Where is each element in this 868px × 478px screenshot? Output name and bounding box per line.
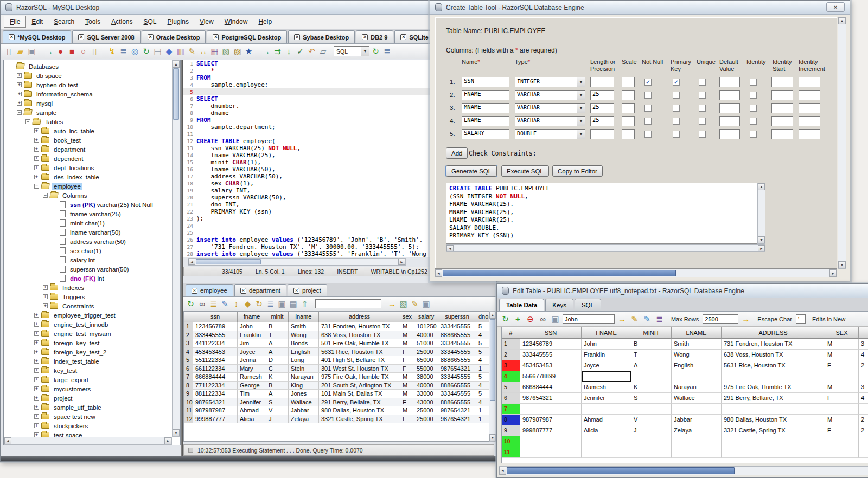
data-cell[interactable]: F [400,356,414,365]
data-cell[interactable]: 1 [476,406,489,415]
data-cell[interactable]: 987987987 [193,406,238,415]
highlight-icon[interactable]: ✎ [629,314,640,325]
tree-item[interactable]: +Constraints [4,301,172,311]
column-type-select[interactable]: VARCHAR▼ [515,116,585,126]
connection-tab[interactable]: ×*MySQL Desktop [3,30,71,43]
editor-line[interactable]: 25 [183,229,438,236]
data-cell[interactable]: 731 Fondren, Houston TX [722,339,825,350]
expand-icon[interactable]: + [34,128,39,133]
tab-close-icon[interactable]: × [213,34,219,40]
data-cell[interactable]: 55000 [414,365,438,373]
data-cell[interactable]: 3 [859,339,868,350]
data-cell[interactable] [520,404,582,415]
tab-close-icon[interactable]: × [9,34,15,40]
scroll-left-button[interactable]: ◄ [4,437,11,444]
row-number[interactable]: 11 [502,447,520,458]
tree-horizontal-scrollbar[interactable]: ◄► [4,437,172,445]
data-cell[interactable]: B [266,322,289,331]
editor-line[interactable]: 24 [183,222,438,229]
data-cell[interactable]: 2 [859,415,868,425]
data-cell[interactable]: Long [289,356,319,365]
expand-icon[interactable]: + [34,165,39,170]
row-number-header[interactable] [184,312,193,322]
expand-icon[interactable]: + [34,340,39,345]
expand-icon[interactable]: + [17,73,22,78]
scroll-right-button[interactable]: ► [398,259,405,265]
tree-item[interactable]: +information_schema [4,89,172,99]
unique-checkbox[interactable] [699,79,706,86]
not-null-checkbox[interactable] [644,118,652,125]
scale-input[interactable] [622,116,635,126]
chevron-down-icon[interactable]: ▼ [577,130,585,139]
data-cell[interactable]: A [266,348,289,357]
data-cell[interactable]: English [289,348,319,357]
data-cell[interactable]: 888665555 [438,398,476,407]
row-number[interactable]: 1 [184,322,193,331]
editor-line[interactable]: 14 fname VARCHAR(25), [183,152,438,159]
data-cell[interactable]: T [631,350,672,360]
scroll-down-button[interactable]: ▼ [489,434,496,441]
close-icon[interactable]: × [826,2,845,12]
tree-item[interactable]: +foreign_key_test_2 [4,347,172,357]
tree-vertical-scrollbar[interactable]: ▲▼ [172,60,180,437]
collapse-icon[interactable]: − [43,193,48,198]
sql-preview[interactable]: CREATE TABLE PUBLIC.EMPLOYEE(SSN INTEGER… [446,183,757,244]
scroll-up-button[interactable]: ▲ [758,183,765,190]
column-header[interactable]: SSN [520,327,582,339]
save-results-icon[interactable]: ▣ [421,299,431,309]
view-results-icon[interactable]: ∞ [197,299,207,309]
column-header[interactable]: lname [289,312,319,322]
scroll-left-button[interactable]: ◄ [499,467,506,475]
tree-item[interactable]: +Indexes [4,283,172,292]
data-cell[interactable]: B [631,339,672,350]
row-number[interactable]: 1 [502,339,520,350]
menu-item-help[interactable]: Help [253,16,277,27]
data-cell[interactable]: 333445555 [438,373,476,382]
refresh-db-icon[interactable]: ↻ [141,46,151,57]
expand-icon[interactable]: + [34,386,39,391]
tree-item[interactable]: +hyphen-db-test [4,80,172,89]
data-cell[interactable]: Wallace [289,398,319,407]
data-cell[interactable]: Joyce [238,348,266,357]
collapse-icon[interactable]: − [34,184,39,189]
editor-line[interactable]: 2 * [183,67,438,74]
data-cell[interactable]: 4 [476,356,489,365]
data-cell[interactable]: 40000 [414,331,438,340]
edit-tab-sql[interactable]: SQL [575,299,601,311]
columns-icon[interactable]: ▥ [175,46,186,57]
expand-icon[interactable]: + [34,396,39,401]
tree-item[interactable]: +book_test [4,135,172,145]
tree-item[interactable]: +db space [4,71,172,80]
data-cell[interactable]: 638 Voss, Houston TX [722,350,825,360]
data-cell[interactable]: Zelaya [672,425,722,436]
tree-item[interactable]: minit char(1) [4,218,172,228]
copy-results-icon[interactable]: ▤ [288,299,298,309]
search-input[interactable] [563,314,615,324]
copy-to-editor-button[interactable]: Copy to Editor [552,165,603,177]
editor-line[interactable]: 15 minit CHAR(1), [183,159,438,166]
data-cell[interactable]: Jabbar [672,415,722,425]
data-cell[interactable]: Jenna [238,356,266,365]
execute-sql-button[interactable]: Execute SQL [501,165,549,177]
results-tab-project[interactable]: ×project [288,284,327,296]
data-cell[interactable]: 3 [859,382,868,393]
snapshot-results-icon[interactable]: ▣ [277,299,287,309]
data-cell[interactable]: King [289,382,319,390]
menu-item-window[interactable]: Window [219,16,253,27]
data-cell[interactable]: 4 [476,331,489,340]
data-cell[interactable]: English [672,360,722,371]
column-type-select[interactable]: VARCHAR▼ [515,90,585,100]
data-cell[interactable]: 4 [476,398,489,407]
data-cell[interactable]: 291 Berry, Bellaire, TX [319,398,400,407]
edit-tab-table-data[interactable]: Table Data [499,299,544,311]
chevron-down-icon[interactable]: ▼ [577,104,585,113]
data-cell[interactable]: 291 Berry, Bellaire, TX [722,393,825,404]
compare-icon[interactable]: ◆ [164,46,174,57]
column-header[interactable]: sex [400,312,414,322]
column-header[interactable]: MINIT [631,327,672,339]
data-cell[interactable] [582,371,631,382]
identity-checkbox[interactable] [750,105,757,112]
primary-key-checkbox[interactable] [673,118,680,125]
scroll-up-button[interactable]: ▲ [173,61,180,68]
menu-item-sql[interactable]: SQL [138,16,162,27]
